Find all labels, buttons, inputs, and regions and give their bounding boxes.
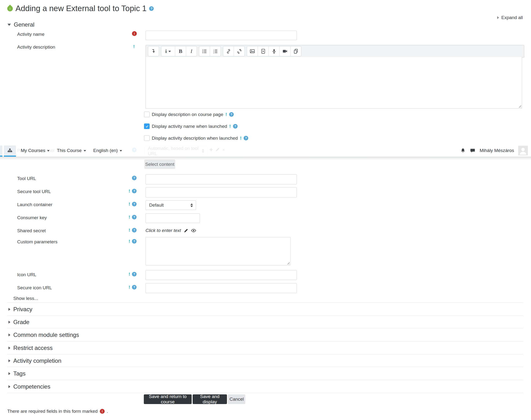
ordered-list-button[interactable]: 123 — [210, 46, 221, 56]
text-styles-dropdown[interactable]: i — [161, 46, 175, 56]
toolbar-group-links — [223, 46, 245, 56]
nav-my-courses-menu[interactable]: My Courses — [21, 148, 49, 153]
editor-toolbar: i B I 123 — [146, 45, 524, 58]
save-and-display-button[interactable]: Save and display — [193, 394, 227, 404]
messages-chat-icon[interactable] — [470, 148, 475, 153]
advanced-field-icon: ! — [229, 124, 231, 129]
consumer-key-input[interactable] — [146, 213, 200, 223]
help-icon[interactable]: ? — [132, 285, 137, 289]
expand-triangle-icon — [8, 385, 10, 388]
display-activity-name-checkbox-row: Display activity name when launched ! ? — [144, 123, 238, 129]
chevron-down-icon — [120, 150, 122, 151]
divider — [7, 302, 523, 303]
course-structure-tab[interactable] — [4, 146, 16, 157]
record-audio-button[interactable] — [269, 46, 279, 56]
secure-tool-url-label: Secure tool URL — [17, 189, 51, 194]
numbered-list-icon: 123 — [213, 49, 218, 54]
shared-secret-placeholder[interactable]: Click to enter text — [146, 228, 181, 233]
save-and-return-button[interactable]: Save and return to course — [144, 394, 192, 404]
tool-url-input[interactable] — [146, 174, 297, 184]
navbar-shadow — [0, 157, 531, 160]
help-icon[interactable]: ? — [132, 272, 137, 276]
collapse-toolbar-button[interactable] — [148, 46, 159, 56]
section-general-header[interactable]: General — [7, 21, 34, 28]
bold-icon: B — [179, 48, 182, 54]
help-icon[interactable]: ? — [132, 202, 137, 206]
section-label: Restrict access — [13, 345, 53, 351]
icon-url-label: Icon URL — [17, 272, 36, 277]
help-icon[interactable]: ? — [132, 239, 137, 244]
nav-menu-label: English (en) — [93, 148, 118, 153]
textarea-resize-handle[interactable] — [287, 261, 289, 264]
edit-pencil-icon[interactable] — [184, 228, 188, 233]
unlink-icon — [237, 49, 242, 54]
expand-all-triangle-icon — [497, 16, 499, 19]
consumer-key-label: Consumer key — [17, 215, 47, 220]
image-icon — [250, 49, 255, 54]
advanced-field-icon: ! — [129, 272, 130, 276]
manage-files-button[interactable] — [290, 46, 301, 56]
help-icon[interactable]: ? — [233, 124, 238, 129]
media-file-icon — [260, 49, 266, 54]
required-note-period: . — [107, 409, 108, 414]
help-icon[interactable]: ? — [229, 112, 234, 117]
display-activity-name-checkbox[interactable] — [144, 123, 150, 129]
activity-name-label: Activity name — [17, 32, 45, 37]
expand-triangle-icon — [8, 321, 10, 324]
external-tool-activity-icon: ↑ — [6, 5, 14, 13]
bold-button[interactable]: B — [175, 46, 186, 56]
unordered-list-button[interactable] — [199, 46, 210, 56]
help-icon[interactable]: ? — [132, 228, 137, 232]
activity-description-editor[interactable] — [146, 57, 522, 108]
chevron-down-icon — [47, 150, 49, 151]
secure-icon-url-input[interactable] — [146, 283, 297, 293]
section-grade-header[interactable]: Grade — [8, 319, 30, 326]
user-name[interactable]: Mihály Mészáros — [480, 148, 514, 153]
section-label: Grade — [13, 319, 30, 326]
activity-name-input[interactable] — [146, 31, 297, 40]
external-tool-form-page: ↑ Adding a new External tool to Topic 1 … — [0, 0, 531, 420]
navbar-edge-tab[interactable] — [0, 146, 2, 157]
section-tags-header[interactable]: Tags — [8, 370, 26, 377]
cancel-button[interactable]: Cancel — [228, 394, 245, 404]
notifications-bell-icon[interactable] — [460, 148, 466, 153]
help-icon[interactable]: ? — [132, 176, 137, 180]
user-avatar[interactable] — [518, 146, 528, 155]
help-icon[interactable]: ? — [244, 136, 248, 140]
insert-media-button[interactable] — [258, 46, 269, 56]
section-privacy-header[interactable]: Privacy — [8, 306, 32, 313]
secure-tool-url-input[interactable] — [146, 187, 297, 197]
title-help-icon[interactable]: ? — [149, 6, 154, 11]
custom-parameters-textarea[interactable] — [146, 237, 290, 265]
advanced-field-icon: ! — [129, 202, 130, 206]
display-description-checkbox[interactable] — [144, 112, 150, 117]
expand-all-link[interactable]: Expand all — [497, 15, 523, 20]
section-label: Activity completion — [13, 357, 61, 364]
link-icon — [226, 49, 231, 54]
icon-url-input[interactable] — [146, 270, 297, 280]
page-title-row: ↑ Adding a new External tool to Topic 1 … — [7, 4, 154, 13]
section-label: Competencies — [13, 383, 50, 390]
editor-resize-handle[interactable] — [518, 105, 521, 107]
help-icon[interactable]: ? — [132, 215, 137, 219]
display-activity-description-checkbox[interactable] — [144, 135, 150, 141]
insert-image-button[interactable] — [247, 46, 258, 56]
show-secret-eye-icon[interactable] — [191, 228, 196, 233]
collapse-triangle-icon — [7, 24, 11, 26]
nav-language-menu[interactable]: English (en) — [93, 148, 122, 153]
section-restrict-access-header[interactable]: Restrict access — [8, 345, 53, 351]
show-less-link[interactable]: Show less... — [13, 296, 38, 301]
section-activity-completion-header[interactable]: Activity completion — [8, 357, 61, 364]
select-content-button[interactable]: Select content — [144, 160, 175, 169]
launch-container-select[interactable]: Default — [146, 200, 196, 210]
section-competencies-header[interactable]: Competencies — [8, 383, 50, 390]
link-button[interactable] — [223, 46, 234, 56]
nav-this-course-menu[interactable]: This Course — [57, 148, 86, 153]
tool-url-label: Tool URL — [17, 176, 36, 181]
unlink-button[interactable] — [234, 46, 244, 56]
section-common-module-settings-header[interactable]: Common module settings — [8, 331, 79, 338]
italic-button[interactable]: I — [186, 46, 197, 56]
custom-parameters-label: Custom parameters — [17, 239, 58, 245]
record-video-button[interactable] — [279, 46, 290, 56]
help-icon[interactable]: ? — [132, 189, 137, 193]
